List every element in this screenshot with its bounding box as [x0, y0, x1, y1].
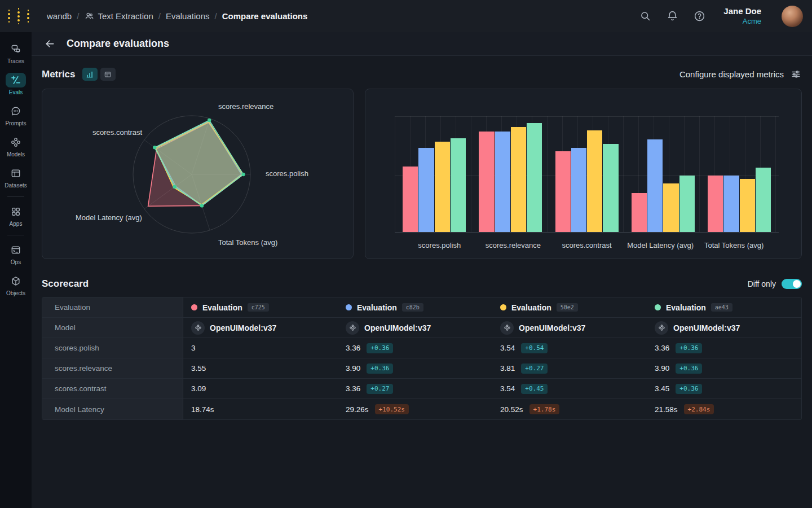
bar-c82b	[571, 148, 586, 233]
sidebar-item-label: Traces	[7, 58, 24, 64]
metric-cell-ae43: 3.90+0.36	[647, 358, 801, 378]
team-icon	[84, 11, 94, 21]
page-header: Compare evaluations	[32, 32, 812, 56]
evaluation-cell-ae43[interactable]: Evaluationae43	[647, 297, 801, 317]
breadcrumb-separator: /	[214, 11, 217, 21]
metric-value: 3.09	[191, 384, 206, 393]
metric-value: 3.36	[346, 384, 360, 393]
radar-axis-label: scores.polish	[266, 169, 308, 178]
model-cell-ae43[interactable]: OpenUIModel:v37	[647, 318, 801, 338]
metric-value: 3.36	[346, 344, 360, 352]
bar-chart-category-labels: scores.polishscores.relevancescores.cont…	[395, 241, 779, 249]
metric-value: 20.52s	[500, 405, 523, 414]
charts-row: scores.relevancescores.polishTotal Token…	[42, 89, 802, 259]
diff-badge: +0.27	[521, 364, 548, 374]
wandb-logo-icon[interactable]	[8, 8, 34, 24]
diff-badge: +0.36	[367, 343, 393, 353]
search-icon[interactable]	[639, 10, 651, 23]
model-cell-50e2[interactable]: OpenUIModel:v37	[492, 318, 647, 338]
bar-50e2	[435, 142, 450, 233]
page-title: Compare evaluations	[67, 38, 169, 50]
sidebar-item-datasets[interactable]: Datasets	[0, 162, 32, 193]
breadcrumb: wandb / Text Extraction / Evaluations / …	[47, 11, 307, 21]
sidebar-item-ops[interactable]: Ops	[0, 239, 32, 270]
row-header-evaluation: Evaluation	[42, 297, 183, 317]
sidebar-item-label: Objects	[6, 290, 25, 296]
radar-axis-label: Total Tokens (avg)	[218, 238, 277, 247]
bar-c82b	[495, 132, 510, 233]
avatar[interactable]	[782, 6, 803, 27]
model-icon	[346, 321, 359, 335]
evaluation-cell-c82b[interactable]: Evaluationc82b	[338, 297, 492, 317]
bar-c82b	[723, 176, 739, 233]
user-name: Jane Doe	[723, 6, 761, 17]
sidebar-item-models[interactable]: Models	[0, 131, 32, 162]
metric-value: 3.54	[500, 384, 515, 393]
table-view-toggle-button[interactable]	[100, 68, 116, 81]
metric-value: 3	[191, 344, 196, 352]
ops-icon	[6, 243, 26, 257]
diff-badge: +0.36	[676, 364, 702, 374]
bar-ae43	[527, 123, 542, 233]
sidebar-item-label: Evals	[9, 89, 23, 95]
table-row-metric: scores.polish33.36+0.363.54+0.543.36+0.3…	[42, 338, 801, 358]
bar-group-0	[403, 116, 466, 233]
model-name: OpenUIModel:v37	[364, 323, 431, 332]
metric-value: 3.36	[655, 344, 669, 352]
user-org: Acme	[723, 17, 761, 26]
help-icon[interactable]	[693, 10, 705, 23]
metric-value: 3.45	[655, 384, 669, 393]
back-arrow-icon[interactable]	[42, 36, 58, 52]
sidebar-item-apps[interactable]: Apps	[0, 200, 32, 231]
notifications-bell-icon[interactable]	[666, 10, 678, 23]
content-area: Metrics C	[32, 56, 812, 420]
sidebar-divider	[7, 235, 24, 235]
bar-category-label: Model Latency (avg)	[624, 241, 698, 249]
radar-axis-label: Model Latency (avg)	[76, 213, 142, 222]
diff-only-toggle[interactable]	[782, 279, 802, 289]
bar-c725	[479, 132, 494, 233]
evaluation-label: Evaluation	[357, 303, 397, 312]
bar-chart-card: scores.polishscores.relevancescores.cont…	[365, 89, 802, 259]
sidebar-item-prompts[interactable]: Prompts	[0, 100, 32, 131]
radar-axis-label: scores.contrast	[92, 128, 142, 137]
metric-cell-50e2: 3.54+0.54	[492, 338, 647, 358]
evaluation-label: Evaluation	[666, 303, 706, 312]
sidebar-item-traces[interactable]: Traces	[0, 38, 32, 69]
configure-displayed-metrics-button[interactable]: Configure displayed metrics	[679, 68, 802, 81]
model-cell-c725[interactable]: OpenUIModel:v37	[183, 318, 338, 338]
sidebar-item-label: Datasets	[5, 182, 27, 189]
sidebar-item-evals[interactable]: Evals	[0, 69, 32, 100]
evaluation-cell-50e2[interactable]: Evaluation50e2	[492, 297, 647, 317]
row-header-metric: scores.contrast	[42, 379, 183, 398]
bar-category-label: Total Tokens (avg)	[697, 241, 771, 249]
row-header-model: Model	[42, 318, 183, 338]
user-block[interactable]: Jane Doe Acme	[723, 6, 761, 26]
evaluation-id-badge: 50e2	[557, 303, 578, 312]
diff-badge: +0.36	[676, 343, 702, 353]
model-name: OpenUIModel:v37	[210, 323, 276, 332]
bar-ae43	[679, 176, 695, 233]
evaluation-id-badge: ae43	[711, 303, 732, 312]
objects-icon	[6, 274, 26, 288]
bar-50e2	[587, 130, 602, 233]
eval-color-dot	[191, 304, 197, 310]
breadcrumb-evaluations[interactable]: Evaluations	[166, 11, 210, 21]
bar-chart[interactable]	[395, 116, 779, 233]
metric-cell-c725: 3	[183, 338, 338, 358]
sidebar-item-objects[interactable]: Objects	[0, 270, 32, 301]
diff-badge: +0.36	[676, 384, 702, 394]
app-root: wandb / Text Extraction / Evaluations / …	[0, 0, 812, 508]
evals-icon	[6, 73, 26, 87]
breadcrumb-entity[interactable]: wandb	[47, 11, 72, 21]
metric-cell-c82b: 3.90+0.36	[338, 358, 492, 378]
evaluation-cell-c725[interactable]: Evaluationc725	[183, 297, 338, 317]
bar-50e2	[740, 179, 755, 233]
breadcrumb-project[interactable]: Text Extraction	[84, 11, 153, 21]
chart-view-toggle-button[interactable]	[82, 68, 98, 81]
prompts-icon	[6, 104, 26, 119]
datasets-icon	[6, 166, 26, 181]
bar-group-3	[632, 116, 695, 233]
model-cell-c82b[interactable]: OpenUIModel:v37	[338, 318, 492, 338]
bar-ae43	[756, 168, 771, 233]
